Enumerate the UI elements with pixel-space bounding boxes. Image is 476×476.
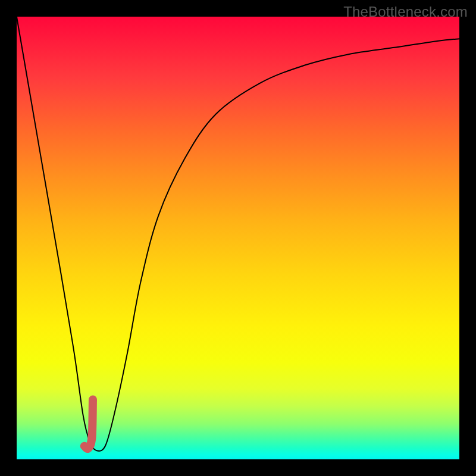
watermark-text: TheBottleneck.com [343, 4, 468, 20]
plot-area [17, 17, 459, 459]
bottleneck-curve [17, 17, 459, 451]
curve-layer [17, 17, 459, 459]
highlight-segment [84, 400, 93, 449]
chart-frame: TheBottleneck.com [0, 0, 476, 476]
